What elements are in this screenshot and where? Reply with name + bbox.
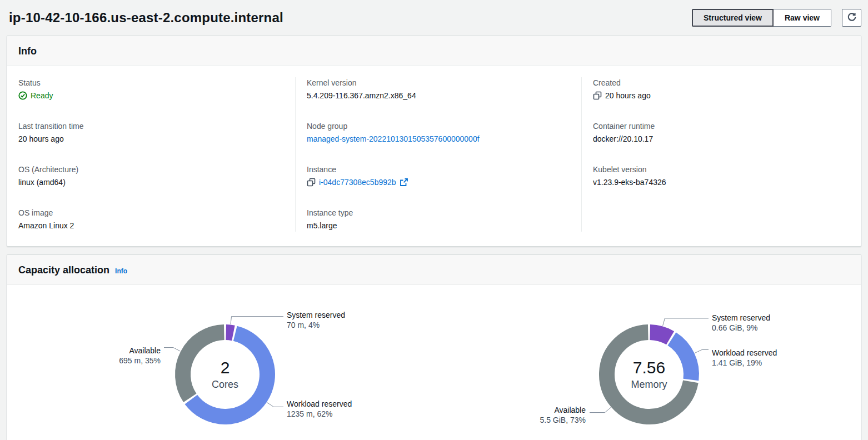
capacity-info-link[interactable]: Info	[115, 267, 127, 275]
field-container-runtime: Container runtime docker://20.10.17	[593, 121, 850, 145]
view-toggle: Structured view Raw view	[692, 9, 831, 27]
status-text: Ready	[31, 89, 53, 102]
instance-type-value: m5.large	[307, 219, 570, 232]
capacity-panel-body: 2 Cores System reserved 70 m, 4% Workloa…	[7, 285, 861, 440]
capacity-panel-title: Capacity allocation	[18, 264, 109, 276]
cpu-label-system-reserved: System reserved 70 m, 4%	[287, 311, 345, 329]
status-value: Ready	[18, 89, 284, 102]
memory-label-workload-reserved: Workload reserved 1.41 GiB, 19%	[712, 348, 777, 367]
info-panel: Info Status Ready Last transition time	[7, 36, 861, 247]
info-column-1: Status Ready Last transition time 20 hou…	[7, 77, 295, 232]
capacity-panel-header: Capacity allocation Info	[7, 255, 861, 285]
info-panel-header: Info	[7, 36, 861, 66]
info-column-3: Created 20 hours ago Container runtime d…	[581, 77, 861, 232]
node-group-link[interactable]: managed-system-2022101301505357600000000…	[307, 133, 480, 145]
field-os-image: OS image Amazon Linux 2	[18, 207, 284, 232]
memory-label-available: Available 5.5 GiB, 73%	[540, 406, 586, 424]
memory-label-system-reserved: System reserved 0.66 GiB, 9%	[712, 313, 770, 332]
instance-link[interactable]: i-04dc77308ec5b992b	[319, 176, 396, 188]
field-label-instance: Instance	[307, 164, 570, 175]
page-header: ip-10-42-10-166.us-east-2.compute.intern…	[0, 0, 868, 36]
field-label-status: Status	[18, 77, 284, 88]
info-panel-title: Info	[18, 46, 37, 57]
container-runtime-value: docker://20.10.17	[593, 133, 850, 145]
check-circle-icon	[18, 91, 27, 100]
field-last-transition: Last transition time 20 hours ago	[18, 121, 284, 145]
created-value: 20 hours ago	[605, 89, 651, 102]
field-label-os-image: OS image	[18, 207, 284, 218]
field-os-architecture: OS (Architecture) linux (amd64)	[18, 164, 284, 188]
os-image-value: Amazon Linux 2	[18, 219, 284, 232]
memory-donut-chart[interactable]	[590, 318, 709, 417]
raw-view-button[interactable]: Raw view	[774, 9, 831, 27]
copy-icon[interactable]	[593, 91, 602, 100]
structured-view-button[interactable]: Structured view	[692, 9, 774, 27]
kubelet-version-value: v1.23.9-eks-ba74326	[593, 176, 850, 188]
field-kernel-version: Kernel version 5.4.209-116.367.amzn2.x86…	[307, 77, 570, 102]
external-link-icon[interactable]	[400, 178, 408, 187]
info-column-2: Kernel version 5.4.209-116.367.amzn2.x86…	[295, 77, 581, 232]
cpu-label-available: Available 695 m, 35%	[119, 346, 161, 365]
field-label-kernel-version: Kernel version	[307, 77, 570, 88]
header-actions: Structured view Raw view	[692, 9, 861, 27]
field-label-instance-type: Instance type	[307, 207, 570, 218]
refresh-button[interactable]	[842, 9, 861, 27]
field-label-created: Created	[593, 77, 850, 88]
field-instance: Instance i-04dc77308ec5b992b	[307, 164, 570, 188]
field-label-container-runtime: Container runtime	[593, 121, 850, 132]
os-architecture-value: linux (amd64)	[18, 176, 284, 188]
field-label-last-transition: Last transition time	[18, 121, 284, 132]
field-status: Status Ready	[18, 77, 284, 102]
copy-icon[interactable]	[307, 178, 316, 187]
refresh-icon	[847, 12, 857, 24]
field-kubelet-version: Kubelet version v1.23.9-eks-ba74326	[593, 164, 850, 188]
field-created: Created 20 hours ago	[593, 77, 850, 102]
cpu-donut-chart[interactable]	[164, 317, 283, 417]
page-title: ip-10-42-10-166.us-east-2.compute.intern…	[9, 10, 283, 26]
field-label-node-group: Node group	[307, 121, 570, 132]
info-panel-body: Status Ready Last transition time 20 hou…	[7, 66, 861, 246]
field-label-os-architecture: OS (Architecture)	[18, 164, 284, 175]
field-instance-type: Instance type m5.large	[307, 207, 570, 232]
cpu-label-workload-reserved: Workload reserved 1235 m, 62%	[287, 399, 352, 418]
kernel-version-value: 5.4.209-116.367.amzn2.x86_64	[307, 89, 570, 102]
capacity-panel: Capacity allocation Info 2 Cores System …	[7, 254, 861, 440]
field-node-group: Node group managed-system-20221013015053…	[307, 121, 570, 145]
last-transition-value: 20 hours ago	[18, 133, 284, 145]
field-label-kubelet-version: Kubelet version	[593, 164, 850, 175]
